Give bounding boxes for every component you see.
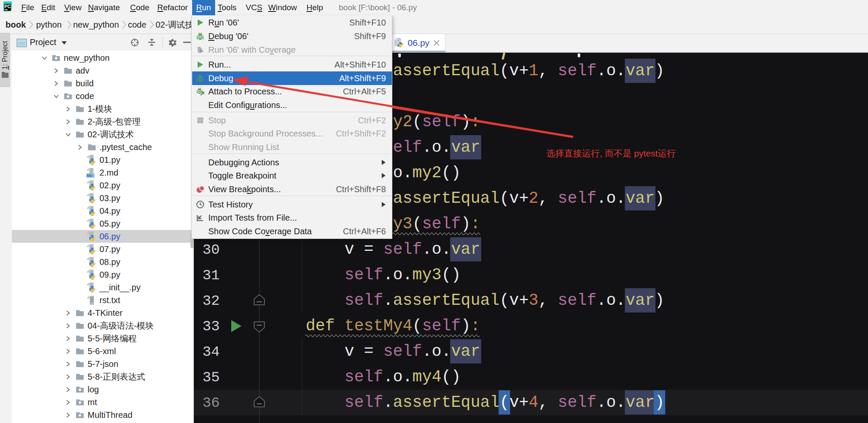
svg-text:PC: PC bbox=[5, 4, 11, 9]
svg-text:MD: MD bbox=[87, 173, 93, 178]
